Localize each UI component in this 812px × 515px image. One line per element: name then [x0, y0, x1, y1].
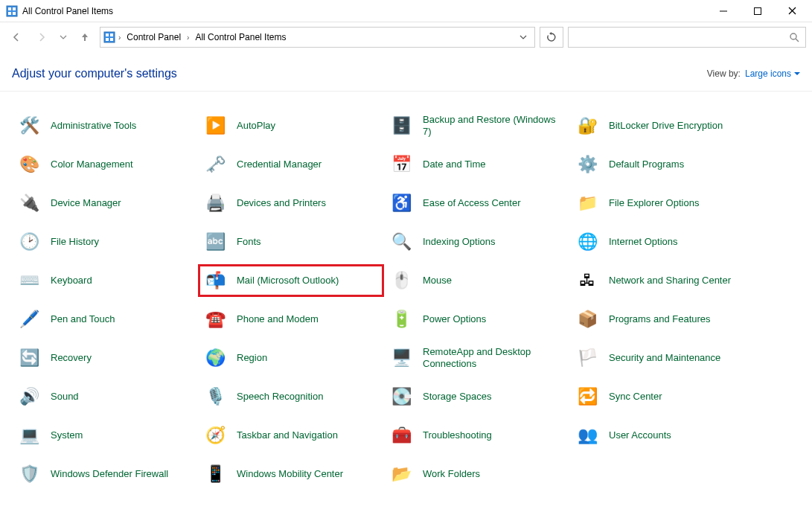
- control-panel-item-label: File Explorer Options: [609, 197, 699, 209]
- control-panel-item-icon: 📦: [575, 307, 600, 332]
- control-panel-item[interactable]: 🔊Sound: [12, 380, 198, 413]
- search-input[interactable]: [568, 27, 806, 48]
- control-panel-item[interactable]: ⚙️Default Programs: [570, 148, 756, 181]
- control-panel-item-icon: 🛡️: [16, 461, 42, 487]
- maximize-button[interactable]: [741, 0, 775, 22]
- control-panel-item[interactable]: 🔌Device Manager: [12, 187, 198, 220]
- view-by: View by: Large icons: [707, 68, 800, 79]
- control-panel-item-icon: 📱: [202, 461, 228, 487]
- control-panel-item-icon: 🔤: [202, 229, 228, 255]
- breadcrumb-control-panel[interactable]: Control Panel: [124, 31, 184, 44]
- history-dropdown[interactable]: [57, 27, 70, 48]
- control-panel-item[interactable]: 📦Programs and Features: [570, 303, 756, 336]
- control-panel-item-label: File History: [51, 236, 99, 248]
- control-panel-item[interactable]: 🔁Sync Center: [570, 380, 756, 413]
- control-panel-item-label: Device Manager: [51, 197, 121, 209]
- control-panel-item[interactable]: 🧭Taskbar and Navigation: [198, 419, 384, 452]
- control-panel-item-icon: 🖥️: [389, 345, 414, 371]
- control-panel-item-icon: 🧭: [202, 423, 228, 448]
- address-dropdown-icon[interactable]: [515, 33, 531, 41]
- control-panel-item-label: Recovery: [51, 352, 92, 364]
- control-panel-item[interactable]: 🎙️Speech Recognition: [198, 380, 384, 413]
- control-panel-item-label: Color Management: [51, 159, 133, 170]
- control-panel-item[interactable]: 🔐BitLocker Drive Encryption: [570, 109, 756, 142]
- control-panel-item[interactable]: ⌨️Keyboard: [12, 264, 198, 297]
- minimize-button[interactable]: [706, 0, 741, 22]
- refresh-button[interactable]: [540, 27, 563, 48]
- control-panel-item-icon: 🔐: [575, 113, 600, 138]
- svg-rect-6: [755, 7, 761, 14]
- control-panel-item[interactable]: 🖨️Devices and Printers: [198, 187, 384, 220]
- control-panel-item[interactable]: 🕑File History: [12, 225, 198, 258]
- control-panel-item-icon: ▶️: [202, 113, 228, 138]
- control-panel-item-icon: 🔌: [16, 191, 42, 216]
- control-panel-item-label: Credential Manager: [237, 159, 322, 170]
- control-panel-item[interactable]: 🌐Internet Options: [570, 225, 756, 258]
- control-panel-item[interactable]: 📱Windows Mobility Center: [198, 458, 384, 490]
- address-bar[interactable]: › Control Panel › All Control Panel Item…: [100, 27, 535, 48]
- control-panel-item[interactable]: 🛡️Windows Defender Firewall: [12, 458, 198, 490]
- control-panel-item[interactable]: 👥User Accounts: [570, 419, 756, 452]
- control-panel-items-grid: 🛠️Administrative Tools▶️AutoPlay🗄️Backup…: [0, 92, 812, 515]
- control-panel-item-label: Keyboard: [51, 275, 92, 287]
- back-button[interactable]: [6, 27, 27, 48]
- control-panel-item[interactable]: 📬Mail (Microsoft Outlook): [198, 264, 384, 297]
- chevron-down-icon: [794, 71, 800, 77]
- control-panel-item[interactable]: 💻System: [12, 419, 198, 452]
- control-panel-item[interactable]: 📅Date and Time: [384, 148, 570, 181]
- control-panel-item-icon: 🎨: [16, 152, 42, 177]
- control-panel-item[interactable]: 📁File Explorer Options: [570, 187, 756, 220]
- svg-rect-13: [110, 38, 113, 41]
- control-panel-item-icon: 🔄: [16, 345, 42, 371]
- control-panel-item-icon: 🎙️: [202, 384, 228, 409]
- control-panel-item-label: Sync Center: [609, 391, 662, 403]
- control-panel-item[interactable]: 🛠️Administrative Tools: [12, 109, 198, 142]
- control-panel-item[interactable]: 🖧Network and Sharing Center: [570, 264, 756, 297]
- control-panel-item-label: Troubleshooting: [423, 429, 492, 441]
- control-panel-item-icon: 📂: [389, 461, 414, 487]
- breadcrumb-all-items[interactable]: All Control Panel Items: [192, 31, 289, 44]
- svg-rect-11: [110, 33, 113, 36]
- control-panel-item-icon: 📁: [575, 191, 600, 216]
- breadcrumb-sep-icon: ›: [187, 33, 189, 42]
- control-panel-item[interactable]: 🌍Region: [198, 342, 384, 374]
- control-panel-item[interactable]: 🖊️Pen and Touch: [12, 303, 198, 336]
- control-panel-item[interactable]: ▶️AutoPlay: [198, 109, 384, 142]
- control-panel-item[interactable]: 🖱️Mouse: [384, 264, 570, 297]
- control-panel-item[interactable]: 🗄️Backup and Restore (Windows 7): [384, 109, 570, 142]
- control-panel-item[interactable]: ♿Ease of Access Center: [384, 187, 570, 220]
- view-by-dropdown[interactable]: Large icons: [745, 68, 800, 79]
- control-panel-item[interactable]: 🧰Troubleshooting: [384, 419, 570, 452]
- control-panel-item[interactable]: 🏳️Security and Maintenance: [570, 342, 756, 374]
- control-panel-item[interactable]: 🔍Indexing Options: [384, 225, 570, 258]
- control-panel-item-icon: 🧰: [389, 423, 414, 448]
- control-panel-item[interactable]: 📂Work Folders: [384, 458, 570, 490]
- control-panel-item[interactable]: 🗝️Credential Manager: [198, 148, 384, 181]
- svg-rect-4: [13, 12, 16, 15]
- svg-rect-10: [106, 33, 109, 36]
- control-panel-item-label: Administrative Tools: [51, 120, 136, 132]
- close-button[interactable]: [775, 0, 809, 22]
- control-panel-item-label: AutoPlay: [237, 120, 275, 132]
- forward-button[interactable]: [31, 27, 52, 48]
- control-panel-item[interactable]: ☎️Phone and Modem: [198, 303, 384, 336]
- control-panel-item-label: Security and Maintenance: [609, 352, 720, 364]
- control-panel-item[interactable]: 💽Storage Spaces: [384, 380, 570, 413]
- svg-point-14: [790, 33, 796, 39]
- up-button[interactable]: [74, 27, 95, 48]
- svg-rect-12: [106, 38, 109, 41]
- control-panel-item[interactable]: 🔋Power Options: [384, 303, 570, 336]
- control-panel-item-label: Storage Spaces: [423, 391, 492, 403]
- control-panel-item-icon: ♿: [389, 191, 414, 216]
- svg-rect-3: [8, 12, 11, 15]
- control-panel-item-icon: 🛠️: [16, 113, 42, 138]
- control-panel-item-label: Programs and Features: [609, 313, 711, 325]
- view-by-value: Large icons: [745, 68, 791, 79]
- control-panel-item[interactable]: 🔄Recovery: [12, 342, 198, 374]
- control-panel-item[interactable]: 🎨Color Management: [12, 148, 198, 181]
- control-panel-item[interactable]: 🖥️RemoteApp and Desktop Connections: [384, 342, 570, 374]
- window-controls: [706, 0, 809, 22]
- control-panel-item-icon: 🔍: [389, 229, 414, 255]
- control-panel-item[interactable]: 🔤Fonts: [198, 225, 384, 258]
- control-panel-item-icon: 🏳️: [575, 345, 600, 371]
